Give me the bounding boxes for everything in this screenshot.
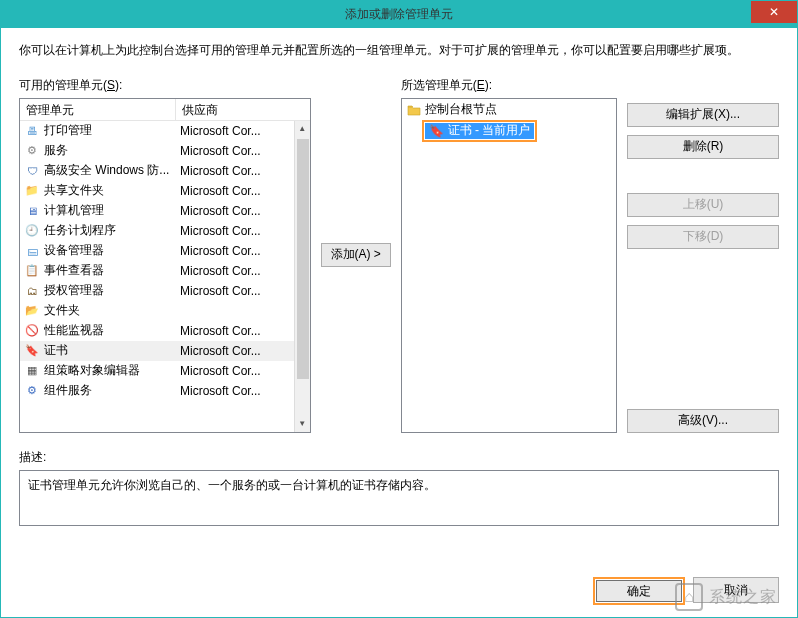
snapin-icon: ⚙ — [24, 143, 40, 159]
snapin-name: 事件查看器 — [44, 262, 178, 279]
snapin-icon: 🛡 — [24, 163, 40, 179]
close-icon: ✕ — [769, 5, 779, 19]
selected-label: 所选管理单元(E): — [401, 77, 617, 94]
snapin-icon: 📋 — [24, 263, 40, 279]
list-item[interactable]: 🖥计算机管理Microsoft Cor... — [20, 201, 294, 221]
snapin-name: 授权管理器 — [44, 282, 178, 299]
dialog-content: 你可以在计算机上为此控制台选择可用的管理单元并配置所选的一组管理单元。对于可扩展… — [0, 28, 798, 618]
snapin-vendor: Microsoft Cor... — [178, 164, 294, 178]
tree-child-node[interactable]: 🔖 证书 - 当前用户 — [422, 120, 614, 142]
selected-tree[interactable]: 控制台根节点 🔖 证书 - 当前用户 — [401, 98, 617, 433]
snapin-icon: 🔖 — [24, 343, 40, 359]
selected-snapins-section: 所选管理单元(E): 控制台根节点 🔖 证书 - 当前用户 — [401, 77, 617, 433]
titlebar: 添加或删除管理单元 ✕ — [0, 0, 798, 28]
list-item[interactable]: 📂文件夹 — [20, 301, 294, 321]
snapin-name: 计算机管理 — [44, 202, 178, 219]
add-column: 添加(A) > — [321, 77, 391, 433]
snapin-icon: 🕘 — [24, 223, 40, 239]
edit-extensions-button[interactable]: 编辑扩展(X)... — [627, 103, 779, 127]
snapin-vendor: Microsoft Cor... — [178, 344, 294, 358]
list-item[interactable]: ⚙服务Microsoft Cor... — [20, 141, 294, 161]
scrollbar[interactable]: ▲ ▼ — [294, 121, 310, 432]
list-item[interactable]: 📋事件查看器Microsoft Cor... — [20, 261, 294, 281]
snapin-vendor: Microsoft Cor... — [178, 264, 294, 278]
snapin-vendor: Microsoft Cor... — [178, 224, 294, 238]
snapin-name: 任务计划程序 — [44, 222, 178, 239]
scroll-down-icon[interactable]: ▼ — [295, 416, 310, 432]
cancel-button[interactable]: 取消 — [693, 577, 779, 603]
description-section: 描述: 证书管理单元允许你浏览自己的、一个服务的或一台计算机的证书存储内容。 — [19, 449, 779, 526]
move-down-button[interactable]: 下移(D) — [627, 225, 779, 249]
snapin-icon: ⚙ — [24, 383, 40, 399]
close-button[interactable]: ✕ — [751, 1, 797, 23]
available-label: 可用的管理单元(S): — [19, 77, 311, 94]
snapin-vendor: Microsoft Cor... — [178, 364, 294, 378]
snapin-name: 性能监视器 — [44, 322, 178, 339]
snapin-name: 设备管理器 — [44, 242, 178, 259]
list-item[interactable]: 📁共享文件夹Microsoft Cor... — [20, 181, 294, 201]
tree-root-node[interactable]: 控制台根节点 — [404, 101, 614, 119]
snapin-icon: 🖴 — [24, 243, 40, 259]
snapin-name: 共享文件夹 — [44, 182, 178, 199]
right-buttons: 编辑扩展(X)... 删除(R) 上移(U) 下移(D) 高级(V)... — [627, 77, 779, 433]
list-item[interactable]: 🗂授权管理器Microsoft Cor... — [20, 281, 294, 301]
folder-icon — [406, 103, 422, 117]
col-header-vendor[interactable]: 供应商 — [176, 99, 310, 120]
snapin-vendor: Microsoft Cor... — [178, 144, 294, 158]
intro-text: 你可以在计算机上为此控制台选择可用的管理单元并配置所选的一组管理单元。对于可扩展… — [19, 42, 779, 59]
snapin-icon: 🗂 — [24, 283, 40, 299]
snapin-name: 打印管理 — [44, 122, 178, 139]
description-label: 描述: — [19, 449, 779, 466]
snapin-name: 服务 — [44, 142, 178, 159]
list-item[interactable]: 🖴设备管理器Microsoft Cor... — [20, 241, 294, 261]
list-item[interactable]: ▦组策略对象编辑器Microsoft Cor... — [20, 361, 294, 381]
snapin-vendor: Microsoft Cor... — [178, 124, 294, 138]
ok-button[interactable]: 确定 — [596, 580, 682, 602]
snapin-vendor: Microsoft Cor... — [178, 204, 294, 218]
description-box: 证书管理单元允许你浏览自己的、一个服务的或一台计算机的证书存储内容。 — [19, 470, 779, 526]
available-snapins-section: 可用的管理单元(S): 管理单元 供应商 🖶打印管理Microsoft Cor.… — [19, 77, 311, 433]
list-item[interactable]: 🚫性能监视器Microsoft Cor... — [20, 321, 294, 341]
snapin-icon: ▦ — [24, 363, 40, 379]
advanced-button[interactable]: 高级(V)... — [627, 409, 779, 433]
list-item[interactable]: 🛡高级安全 Windows 防...Microsoft Cor... — [20, 161, 294, 181]
snapin-vendor: Microsoft Cor... — [178, 284, 294, 298]
list-item[interactable]: 🕘任务计划程序Microsoft Cor... — [20, 221, 294, 241]
description-text: 证书管理单元允许你浏览自己的、一个服务的或一台计算机的证书存储内容。 — [28, 478, 436, 492]
list-item[interactable]: ⚙组件服务Microsoft Cor... — [20, 381, 294, 401]
list-item[interactable]: 🖶打印管理Microsoft Cor... — [20, 121, 294, 141]
certificate-icon: 🔖 — [429, 124, 445, 138]
snapin-name: 组件服务 — [44, 382, 178, 399]
snapin-name: 组策略对象编辑器 — [44, 362, 178, 379]
snapin-name: 证书 — [44, 342, 178, 359]
snapin-name: 文件夹 — [44, 302, 178, 319]
snapin-icon: 🚫 — [24, 323, 40, 339]
snapin-vendor: Microsoft Cor... — [178, 244, 294, 258]
snapin-icon: 🖥 — [24, 203, 40, 219]
window-title: 添加或删除管理单元 — [345, 6, 453, 23]
list-header: 管理单元 供应商 — [20, 99, 310, 121]
tree-child-label: 证书 - 当前用户 — [448, 122, 531, 139]
snapin-icon: 📁 — [24, 183, 40, 199]
col-header-name[interactable]: 管理单元 — [20, 99, 176, 120]
scroll-thumb[interactable] — [297, 139, 309, 379]
add-button[interactable]: 添加(A) > — [321, 243, 391, 267]
list-item[interactable]: 🔖证书Microsoft Cor... — [20, 341, 294, 361]
snapin-vendor: Microsoft Cor... — [178, 384, 294, 398]
list-body: 🖶打印管理Microsoft Cor...⚙服务Microsoft Cor...… — [20, 121, 310, 432]
tree-root-label: 控制台根节点 — [425, 101, 497, 118]
scroll-up-icon[interactable]: ▲ — [295, 121, 310, 137]
remove-button[interactable]: 删除(R) — [627, 135, 779, 159]
snapin-name: 高级安全 Windows 防... — [44, 162, 178, 179]
move-up-button[interactable]: 上移(U) — [627, 193, 779, 217]
snapin-icon: 🖶 — [24, 123, 40, 139]
snapin-icon: 📂 — [24, 303, 40, 319]
bottom-buttons: 确定 取消 — [593, 577, 779, 605]
snapin-vendor: Microsoft Cor... — [178, 184, 294, 198]
available-listbox[interactable]: 管理单元 供应商 🖶打印管理Microsoft Cor...⚙服务Microso… — [19, 98, 311, 433]
snapin-vendor: Microsoft Cor... — [178, 324, 294, 338]
